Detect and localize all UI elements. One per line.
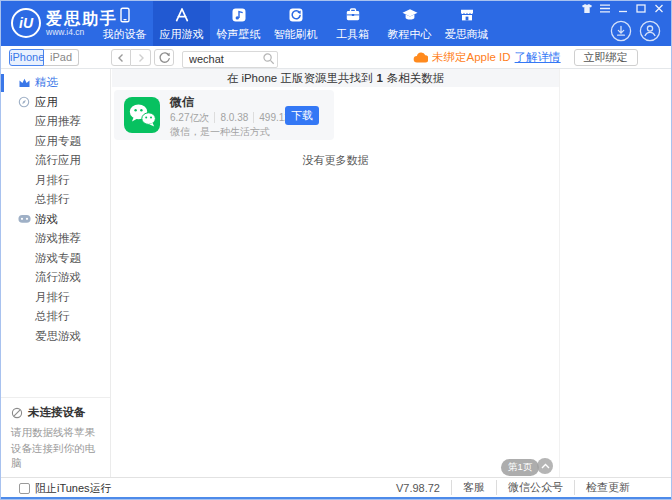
history-buttons — [111, 49, 151, 66]
sidebar-item-app-total-rank[interactable]: 总排行 — [1, 190, 110, 210]
nav-label: 铃声壁纸 — [217, 27, 261, 42]
checkbox-label: 阻止iTunes运行 — [35, 481, 112, 496]
nav-ringtones-wallpapers[interactable]: 铃声壁纸 — [210, 1, 267, 46]
header-account-area — [610, 20, 661, 42]
nav-label: 教程中心 — [388, 27, 432, 42]
download-button[interactable]: 下载 — [285, 106, 319, 125]
app-description: 微信，是一种生活方式 — [170, 126, 310, 137]
results-suffix: 条相关数据 — [387, 71, 445, 86]
refresh-button[interactable] — [154, 49, 174, 66]
checkbox-box[interactable] — [19, 483, 30, 494]
page-number-badge: 第1页 — [501, 459, 539, 476]
statusbar-links: V7.98.72 客服 微信公众号 检查更新 — [385, 478, 641, 497]
theme-icon[interactable] — [582, 4, 592, 13]
sidebar-item-game-recommend[interactable]: 游戏推荐 — [1, 229, 110, 249]
main-content: 在 iPhone 正版资源里共找到 1 条相关数据 — [112, 69, 671, 477]
device-status-title: 未连接设备 — [28, 405, 86, 420]
wechat-app-icon — [124, 97, 160, 133]
results-prefix: 在 iPhone 正版资源里共找到 — [227, 71, 373, 86]
toolbar: iPhone iPad 未绑定Apple ID 了解详情 立即绑定 — [1, 46, 671, 69]
apple-id-warning-text: 未绑定Apple ID — [432, 50, 511, 65]
apps-icon — [18, 96, 31, 108]
status-bar: 阻止iTunes运行 V7.98.72 客服 微信公众号 检查更新 — [1, 477, 671, 499]
sidebar-item-app-monthly-rank[interactable]: 月排行 — [1, 171, 110, 191]
my-device-icon — [116, 6, 134, 24]
tutorial-center-icon — [401, 6, 419, 24]
learn-more-link[interactable]: 了解详情 — [515, 50, 561, 65]
wechat-official-link[interactable]: 微信公众号 — [496, 480, 574, 495]
games-icon — [18, 213, 31, 225]
logo-badge: iU — [11, 8, 41, 38]
bind-now-button[interactable]: 立即绑定 — [574, 49, 638, 66]
block-itunes-checkbox[interactable]: 阻止iTunes运行 — [19, 481, 112, 496]
forward-button[interactable] — [131, 49, 151, 66]
sidebar-item-game-monthly-rank[interactable]: 月排行 — [1, 288, 110, 308]
sidebar-item-featured[interactable]: 精选 — [1, 73, 110, 93]
sidebar-item-i4-games[interactable]: 爱思游戏 — [1, 327, 110, 347]
app-version: 8.0.38 — [214, 112, 253, 123]
nav-apps-games[interactable]: 应用游戏 — [153, 1, 210, 46]
search-box — [182, 49, 278, 66]
disconnected-icon — [11, 407, 23, 419]
appstore-icon — [173, 6, 191, 24]
tab-iphone[interactable]: iPhone — [9, 49, 44, 66]
main-nav: 我的设备 应用游戏 铃声壁纸 智能刷机 工具箱 教程中心 — [96, 1, 495, 46]
search-icon[interactable] — [262, 51, 275, 64]
sidebar-item-apps[interactable]: 应用 — [1, 93, 110, 113]
no-more-data-text: 没有更多数据 — [112, 153, 559, 168]
sidebar-item-game-topics[interactable]: 游戏专题 — [1, 249, 110, 269]
results-count: 1 — [376, 72, 382, 84]
user-account-icon[interactable] — [639, 20, 661, 42]
nav-store[interactable]: 爱思商城 — [438, 1, 495, 46]
back-to-top-button[interactable] — [537, 458, 553, 474]
check-update-link[interactable]: 检查更新 — [574, 480, 641, 495]
nav-label: 爱思商城 — [445, 27, 489, 42]
nav-label: 我的设备 — [103, 27, 147, 42]
search-results-bar: 在 iPhone 正版资源里共找到 1 条相关数据 — [112, 69, 559, 87]
device-status-desc: 请用数据线将苹果设备连接到你的电脑 — [11, 425, 100, 471]
app-card-wechat[interactable]: 微信 6.27亿次 8.0.38 499.12MB 微信，是一种生活方式 下载 — [114, 90, 334, 140]
sidebar-item-app-topics[interactable]: 应用专题 — [1, 132, 110, 152]
nav-tutorial-center[interactable]: 教程中心 — [381, 1, 438, 46]
close-icon[interactable] — [654, 4, 664, 13]
featured-icon — [18, 77, 31, 89]
minimize-icon[interactable] — [618, 4, 628, 13]
device-tabs: iPhone iPad — [9, 49, 79, 66]
header: iU 爱思助手 www.i4.cn 我的设备 应用游戏 铃声壁纸 智能刷机 — [1, 1, 671, 46]
sidebar-item-popular-games[interactable]: 流行游戏 — [1, 268, 110, 288]
apple-id-status: 未绑定Apple ID 了解详情 立即绑定 — [413, 46, 638, 68]
sidebar-item-game-total-rank[interactable]: 总排行 — [1, 307, 110, 327]
smart-flash-icon — [287, 6, 305, 24]
nav-toolbox[interactable]: 工具箱 — [324, 1, 381, 46]
nav-smart-flash[interactable]: 智能刷机 — [267, 1, 324, 46]
download-manager-icon[interactable] — [610, 20, 632, 42]
sidebar-item-games[interactable]: 游戏 — [1, 210, 110, 230]
maximize-icon[interactable] — [636, 4, 646, 13]
nav-label: 应用游戏 — [160, 27, 204, 42]
window-controls — [582, 4, 664, 13]
sidebar-item-popular-apps[interactable]: 流行应用 — [1, 151, 110, 171]
tab-ipad[interactable]: iPad — [44, 49, 79, 66]
nav-label: 智能刷机 — [274, 27, 318, 42]
store-icon — [458, 6, 476, 24]
sidebar-item-app-recommend[interactable]: 应用推荐 — [1, 112, 110, 132]
back-button[interactable] — [111, 49, 131, 66]
menu-icon[interactable] — [600, 4, 610, 13]
ringtone-wallpaper-icon — [230, 6, 248, 24]
content-right-divider — [559, 69, 560, 477]
version-text: V7.98.72 — [385, 482, 451, 494]
nav-my-device[interactable]: 我的设备 — [96, 1, 153, 46]
app-downloads: 6.27亿次 — [170, 112, 214, 123]
nav-label: 工具箱 — [336, 27, 369, 42]
toolbox-icon — [344, 6, 362, 24]
cloud-warning-icon — [413, 52, 428, 63]
sidebar: 精选 应用 应用推荐 应用专题 流行应用 月排行 总排行 游戏 游戏推荐 游戏专… — [1, 69, 111, 477]
sidebar-nav: 精选 应用 应用推荐 应用专题 流行应用 月排行 总排行 游戏 游戏推荐 游戏专… — [1, 69, 110, 346]
customer-service-link[interactable]: 客服 — [451, 480, 496, 495]
device-status-panel: 未连接设备 请用数据线将苹果设备连接到你的电脑 — [1, 397, 110, 477]
app-window: iU 爱思助手 www.i4.cn 我的设备 应用游戏 铃声壁纸 智能刷机 — [0, 0, 672, 500]
